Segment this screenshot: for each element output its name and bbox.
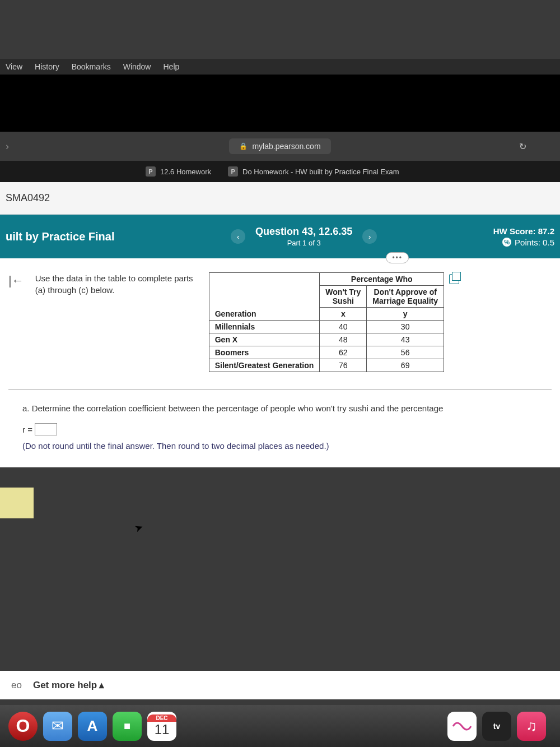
menu-help[interactable]: Help bbox=[163, 62, 179, 71]
calendar-month: DEC bbox=[147, 714, 176, 722]
cell-gen: Boomers bbox=[209, 346, 320, 359]
appstore-icon[interactable] bbox=[78, 712, 107, 741]
cursor-icon: ➤ bbox=[133, 521, 145, 535]
menu-window[interactable]: Window bbox=[123, 62, 151, 71]
cell-y: 43 bbox=[367, 333, 444, 346]
back-arrow-icon[interactable]: › bbox=[6, 141, 9, 152]
pearson-icon: P bbox=[228, 166, 238, 177]
get-more-help-button[interactable]: Get more help ▴ bbox=[33, 679, 104, 691]
eo-label: eo bbox=[11, 680, 22, 691]
yellow-strip bbox=[0, 488, 34, 518]
freeform-icon[interactable] bbox=[447, 712, 477, 741]
address-bar: › 🔒 mylab.pearson.com ↻ bbox=[0, 132, 560, 161]
answer-input[interactable] bbox=[35, 423, 57, 435]
part-a-text: a. Determine the correlation coefficient… bbox=[22, 403, 538, 413]
opera-icon[interactable] bbox=[8, 712, 38, 741]
table-super-header: Percentage Who bbox=[320, 273, 444, 286]
score-area: HW Score: 87.2 % Points: 0.5 bbox=[493, 226, 554, 247]
question-body: a. Determine the correlation coefficient… bbox=[8, 398, 552, 456]
calendar-icon[interactable]: DEC 11 bbox=[147, 712, 176, 741]
bottom-bar: eo Get more help ▴ bbox=[0, 671, 560, 699]
cell-y: 69 bbox=[367, 359, 444, 372]
cell-x: 40 bbox=[320, 321, 367, 333]
lock-icon: 🔒 bbox=[239, 142, 248, 150]
points-label: Points: 0.5 bbox=[515, 238, 554, 247]
tab-homework[interactable]: P 12.6 Homework bbox=[146, 166, 211, 177]
table-row: Boomers 62 56 bbox=[209, 346, 444, 359]
menu-view[interactable]: View bbox=[6, 62, 22, 71]
cell-x: 62 bbox=[320, 346, 367, 359]
cell-x: 76 bbox=[320, 359, 367, 372]
question-prompt: Use the data in the table to complete pa… bbox=[35, 272, 198, 296]
more-dots-button[interactable]: ••• bbox=[386, 252, 409, 263]
x-label: x bbox=[320, 308, 367, 321]
next-question-button[interactable]: › bbox=[362, 229, 377, 244]
page-content: SMA0492 uilt by Practice Final ‹ Questio… bbox=[0, 182, 560, 467]
table-row: Silent/Greatest Generation 76 69 bbox=[209, 359, 444, 372]
generation-header: Generation bbox=[209, 273, 320, 321]
part-label: Part 1 of 3 bbox=[255, 239, 352, 247]
question-nav: ‹ Question 43, 12.6.35 Part 1 of 3 › bbox=[231, 226, 377, 247]
data-table: Generation Percentage Who Won't TrySushi… bbox=[209, 272, 444, 372]
music-icon[interactable] bbox=[517, 712, 546, 741]
divider bbox=[8, 389, 552, 389]
menu-bookmarks[interactable]: Bookmarks bbox=[72, 62, 111, 71]
window-top-black: View History Bookmarks Window Help bbox=[0, 59, 560, 132]
tab-label: 12.6 Homework bbox=[160, 168, 211, 176]
homework-title: uilt by Practice Final bbox=[6, 230, 115, 243]
col-x-header: Won't TrySushi bbox=[320, 286, 367, 308]
tabs-bar: P 12.6 Homework P Do Homework - HW built… bbox=[0, 161, 560, 182]
tab-do-homework[interactable]: P Do Homework - HW built by Practice Fin… bbox=[228, 166, 399, 177]
calendar-day: 11 bbox=[155, 722, 170, 737]
question-title: Question 43, 12.6.35 Part 1 of 3 bbox=[255, 226, 352, 247]
course-code: SMA0492 bbox=[0, 182, 560, 215]
rounding-hint: (Do not round until the final answer. Th… bbox=[22, 441, 538, 451]
url-text: mylab.pearson.com bbox=[252, 142, 320, 151]
collapse-arrow-icon[interactable]: |← bbox=[8, 273, 24, 288]
cell-y: 30 bbox=[367, 321, 444, 333]
menu-bar: View History Bookmarks Window Help bbox=[0, 59, 560, 75]
answer-line: r = bbox=[22, 423, 538, 435]
cell-gen: Millennials bbox=[209, 321, 320, 333]
table-row: Gen X 48 43 bbox=[209, 333, 444, 346]
r-equals-label: r = bbox=[22, 425, 32, 434]
reload-icon[interactable]: ↻ bbox=[519, 141, 526, 152]
hw-score: HW Score: 87.2 bbox=[493, 226, 554, 236]
appletv-icon[interactable]: tv bbox=[482, 712, 511, 741]
chevron-up-icon: ▴ bbox=[99, 679, 104, 691]
copy-icon[interactable] bbox=[449, 274, 459, 284]
y-label: y bbox=[367, 308, 444, 321]
question-content: |← Use the data in the table to complete… bbox=[0, 258, 560, 467]
cell-gen: Gen X bbox=[209, 333, 320, 346]
percent-icon: % bbox=[502, 238, 511, 247]
facetime-icon[interactable] bbox=[113, 712, 142, 741]
question-header: uilt by Practice Final ‹ Question 43, 12… bbox=[0, 215, 560, 258]
mail-icon[interactable] bbox=[43, 712, 72, 741]
pearson-icon: P bbox=[146, 166, 156, 177]
tab-label: Do Homework - HW built by Practice Final… bbox=[242, 168, 399, 176]
table-row: Millennials 40 30 bbox=[209, 321, 444, 333]
dock: DEC 11 tv bbox=[0, 705, 560, 747]
cell-x: 48 bbox=[320, 333, 367, 346]
question-number: Question 43, 12.6.35 bbox=[255, 226, 352, 238]
menu-history[interactable]: History bbox=[35, 62, 59, 71]
cell-y: 56 bbox=[367, 346, 444, 359]
cell-gen: Silent/Greatest Generation bbox=[209, 359, 320, 372]
url-field[interactable]: 🔒 mylab.pearson.com bbox=[229, 138, 330, 154]
col-y-header: Don't Approve ofMarriage Equality bbox=[367, 286, 444, 308]
prev-question-button[interactable]: ‹ bbox=[231, 229, 245, 244]
